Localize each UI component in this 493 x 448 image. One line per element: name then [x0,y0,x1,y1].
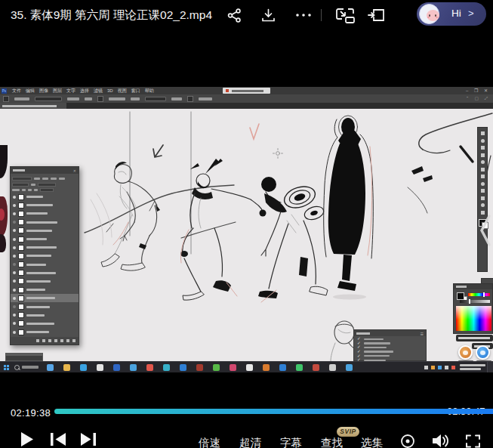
tool-icon[interactable] [481,131,485,135]
taskbar-app-icon[interactable] [146,364,153,371]
tray-icon[interactable] [424,366,428,369]
previous-icon[interactable] [48,432,68,446]
episodes-button[interactable]: 选集 [361,436,383,448]
tool-icon[interactable] [481,203,485,207]
tray-icon[interactable] [438,366,442,369]
tray-icon[interactable] [431,366,435,369]
layer-row[interactable] [11,294,79,302]
taskbar-clock[interactable] [460,364,485,372]
ps-menu-item[interactable]: 3D [107,87,113,94]
taskbar-app-icon[interactable] [97,364,103,371]
eye-icon[interactable] [13,271,16,274]
eye-icon[interactable] [13,280,16,283]
layer-row[interactable] [11,193,79,201]
ps-menu-item[interactable]: 视图 [118,87,127,94]
layer-row[interactable] [11,261,79,269]
floating-app-icon-orange[interactable] [458,345,473,360]
eye-icon[interactable] [13,289,16,292]
layer-row[interactable] [11,209,79,218]
ps-menu-item[interactable]: 滤镜 [94,87,103,94]
tone-slider[interactable] [460,300,490,303]
tool-icon[interactable] [481,189,485,193]
ps-menu-item[interactable]: 编辑 [26,87,35,94]
collapse-chevron-icon[interactable] [476,212,493,249]
layer-footer-icon[interactable] [36,339,39,342]
eye-icon[interactable] [13,314,16,317]
option-toggle[interactable] [97,96,103,102]
tool-preset-box[interactable] [3,96,9,102]
record-icon[interactable] [399,434,416,448]
taskbar-app-icon[interactable] [113,364,120,371]
taskbar-app-icon[interactable] [279,364,286,371]
layer-footer-icon[interactable] [54,339,57,342]
tool-icon[interactable] [481,182,485,186]
tray-icon[interactable] [445,366,448,369]
eye-icon[interactable] [13,331,16,334]
layer-row[interactable] [11,277,79,286]
taskbar-app-icon[interactable] [246,364,253,371]
ps-menu-item[interactable]: 帮助 [145,87,154,94]
layer-footer-icon[interactable] [60,339,63,342]
taskbar-app-icon[interactable] [296,364,303,371]
tray-icon[interactable] [451,366,455,369]
taskbar-app-icon[interactable] [180,364,186,371]
eye-icon[interactable] [13,212,16,215]
system-tray[interactable] [424,366,455,369]
pip-icon[interactable] [335,7,356,25]
option-field[interactable] [35,97,62,101]
layer-row[interactable] [11,320,79,328]
layer-row[interactable] [11,243,79,252]
tool-icon[interactable] [481,196,485,200]
layer-footer-icon[interactable] [72,339,75,342]
video-frame[interactable]: Ps 文件编辑图像图层文字选择滤镜3D视图窗口帮助 – ❐ ✕ ⌃ ▢ ⤢ [0,87,493,372]
option-field[interactable] [145,97,166,101]
eye-icon[interactable] [13,204,16,207]
layer-row[interactable] [11,286,79,294]
progress-bar[interactable] [54,409,493,414]
color-spectrum[interactable] [456,306,491,331]
taskbar-app-icon[interactable] [47,364,54,371]
notification-corner[interactable] [487,362,493,372]
option-toggle[interactable] [187,96,193,102]
opacity-field[interactable] [38,183,56,187]
layer-filter-field[interactable] [12,177,32,181]
tool-icon[interactable] [481,146,485,150]
taskbar-app-icon[interactable] [230,364,236,371]
ps-menu-item[interactable]: 图层 [53,87,62,94]
layer-footer-icon[interactable] [66,339,69,342]
color-panel[interactable] [453,283,493,334]
actions-panel-header[interactable]: ☰ [354,330,426,336]
taskbar-app-icon[interactable] [80,364,87,371]
eye-icon[interactable] [13,196,16,199]
volume-icon[interactable] [431,433,450,448]
fullscreen-icon[interactable] [465,434,481,448]
share-icon[interactable] [226,8,242,23]
layers-panel[interactable]: ✕ [10,166,79,345]
document-tab[interactable] [0,103,66,109]
taskbar-app-icon[interactable] [213,364,220,371]
layer-row[interactable] [11,227,79,235]
hue-slider[interactable] [468,293,490,296]
eye-icon[interactable] [13,255,16,258]
ps-menu-item[interactable]: 窗口 [131,87,140,94]
play-icon[interactable] [18,431,35,448]
tool-icon[interactable] [481,175,485,178]
ps-menu-item[interactable]: 选择 [80,87,89,94]
next-icon[interactable] [79,432,98,446]
eye-icon[interactable] [13,238,16,241]
panel-menu-icon[interactable]: ☰ [421,332,424,336]
quality-button[interactable]: 超清 [239,436,261,448]
tool-icon[interactable] [481,160,485,164]
ps-menu-item[interactable]: 文件 [12,87,21,94]
layer-row[interactable] [11,311,79,320]
eye-icon[interactable] [13,297,16,300]
eye-icon[interactable] [13,246,16,249]
foreground-color-swatch[interactable] [457,292,464,300]
cast-icon[interactable] [367,7,387,25]
layer-row[interactable] [11,269,79,277]
taskbar-app-icon[interactable] [196,364,203,371]
blend-mode-select[interactable] [12,183,29,187]
window-controls[interactable]: – ❐ ✕ [466,88,490,93]
layers-panel-header[interactable]: ✕ [11,167,79,174]
taskbar-app-icon[interactable] [263,364,270,371]
